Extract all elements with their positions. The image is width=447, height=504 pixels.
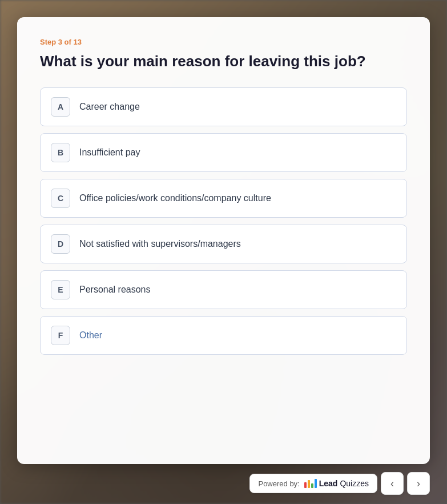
next-button[interactable]: › [407, 472, 430, 495]
option-key-a: A [51, 97, 70, 117]
logo-lead-text: Lead [319, 479, 338, 488]
step-label: Step 3 of 13 [40, 38, 407, 46]
option-item[interactable]: ACareer change [40, 87, 407, 126]
option-text-a: Career change [79, 102, 140, 112]
footer-bar: Powered by: LeadQuizzes ‹ › [249, 472, 430, 495]
option-item[interactable]: FOther [40, 316, 407, 355]
leadquizzes-logo: LeadQuizzes [304, 479, 369, 488]
prev-button[interactable]: ‹ [381, 472, 404, 495]
option-item[interactable]: BInsufficient pay [40, 133, 407, 172]
option-item[interactable]: DNot satisfied with supervisors/managers [40, 225, 407, 263]
option-key-c: C [51, 189, 70, 208]
powered-by-label: Powered by: [258, 479, 299, 488]
options-list: ACareer changeBInsufficient payCOffice p… [40, 87, 407, 355]
option-key-b: B [51, 143, 70, 162]
powered-by-badge: Powered by: LeadQuizzes [249, 474, 377, 493]
option-key-f: F [51, 326, 70, 345]
option-key-d: D [51, 234, 70, 254]
option-text-b: Insufficient pay [79, 147, 140, 158]
option-key-e: E [51, 280, 70, 299]
option-text-f: Other [79, 330, 102, 341]
option-text-e: Personal reasons [79, 285, 151, 295]
logo-quizzes-text: Quizzes [340, 479, 369, 488]
quiz-card: Step 3 of 13 What is your main reason fo… [17, 17, 430, 464]
option-text-d: Not satisfied with supervisors/managers [79, 239, 241, 249]
option-item[interactable]: COffice policies/work conditions/company… [40, 179, 407, 218]
option-text-c: Office policies/work conditions/company … [79, 193, 271, 203]
logo-bars [304, 479, 317, 488]
question-title: What is your main reason for leaving thi… [40, 52, 407, 71]
option-item[interactable]: EPersonal reasons [40, 270, 407, 309]
